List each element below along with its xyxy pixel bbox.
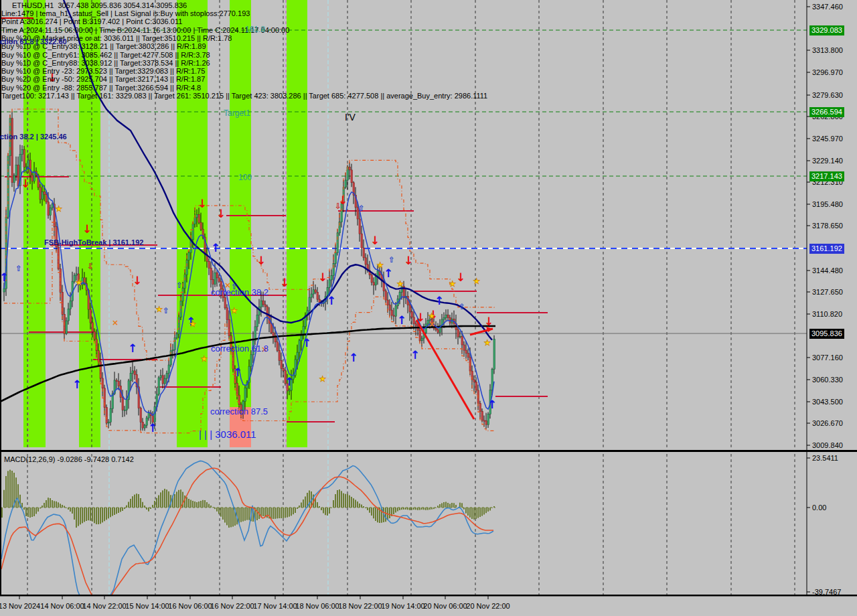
macd-histogram-bar [399,508,400,510]
macd-histogram-bar [100,508,101,524]
star-signal-icon: ★ [76,278,83,287]
time-axis-label[interactable]: 14 Nov 22:00 [82,602,126,610]
candle-body [126,400,127,410]
candle-body [116,380,117,382]
macd-histogram-bar [74,508,75,520]
macd-histogram-bar [281,508,282,518]
macd-histogram-bar [178,490,179,508]
macd-histogram-bar [78,508,79,526]
price-level-badge: 3161.192 [809,244,844,254]
star-signal-icon: ★ [319,374,327,384]
macd-histogram-bar [202,500,204,508]
macd-histogram-bar [493,506,495,508]
buy-signal-icon: ↑ [397,313,406,327]
time-axis-label[interactable]: 16 Nov 06:00 [168,602,212,610]
time-axis-label[interactable]: 18 Nov 22:00 [338,602,382,610]
macd-histogram-bar [152,505,153,508]
macd-histogram-bar [327,508,328,516]
candle-body [106,407,107,423]
candle-body [166,374,167,378]
time-axis-label[interactable]: 15 Nov 14:00 [125,602,169,610]
candle-body [313,290,314,294]
macd-histogram-bar [411,508,412,510]
macd-histogram-bar [146,508,147,510]
sell-signal-icon: ↓ [21,177,30,190]
macd-histogram-bar [293,508,294,514]
buy-signal-icon: ↑ [327,294,336,307]
buy-signal-icon: ↑ [128,341,137,355]
candle-body [389,305,390,310]
macd-histogram-bar [299,506,300,508]
macd-histogram-bar [445,502,447,508]
info-line: Point A:3016.274 | Point B:3197.402 | Po… [1,18,182,25]
macd-histogram-bar [206,502,208,508]
macd-histogram-bar [397,508,398,512]
time-axis-label[interactable]: 18 Nov 06:00 [295,602,339,610]
buy-signal-icon: ↑ [148,421,157,435]
candle-body [351,170,352,183]
candle-body [21,149,23,154]
candle-body [208,261,210,268]
macd-histogram-bar [465,508,467,514]
time-axis-label[interactable]: 16 Nov 22:00 [210,602,254,610]
star-signal-icon: ★ [449,279,457,289]
macd-histogram-bar [441,504,443,508]
price-axis-label: 3026.670 [812,420,843,427]
time-axis-label[interactable]: 20 Nov 06:00 [423,602,467,610]
macd-histogram-bar [222,508,224,520]
info-line: Buy %20 @ Entry -88: 2855.787 || Target:… [1,84,201,92]
candle-body [25,167,27,167]
macd-histogram-bar [433,508,435,509]
star-signal-icon: ★ [377,260,384,270]
info-line: Buy %10 @ C_Entry61: 3085.462 || Target:… [1,52,210,59]
candle-body [122,398,123,410]
macd-histogram-bar [27,508,29,517]
candle-body [279,351,280,361]
candle-body [363,248,364,257]
candle-body [148,412,149,418]
macd-histogram-bar [96,508,97,524]
macd-histogram-bar [403,508,404,510]
macd-histogram-bar [90,508,91,521]
candle-body [224,298,226,308]
macd-histogram-bar [285,508,286,518]
candle-body [186,260,187,275]
buy-signal-icon: ↑ [384,266,393,280]
candle-body [297,352,298,360]
macd-histogram-bar [283,508,284,518]
macd-histogram-bar [35,508,37,514]
candle-body [66,321,67,333]
sell-signal-icon: ↓ [416,311,425,324]
price-axis-label: 3060.330 [812,376,843,384]
macd-histogram-bar [246,508,248,520]
buy-signal-icon: ↑ [233,366,242,379]
candle-body [110,408,111,422]
macd-histogram-bar [287,508,288,518]
price-axis-label: 3178.650 [812,222,843,230]
candle-body [108,422,109,423]
hollow-down-icon: ⇩ [335,202,341,211]
macd-histogram-bar [413,508,414,510]
price-axis-label: 3245.970 [812,135,843,143]
time-axis-label[interactable]: 20 Nov 22:00 [466,602,510,610]
time-axis-label[interactable]: 19 Nov 14:00 [381,602,424,610]
time-axis-label[interactable]: 13 Nov 2024 [0,602,40,610]
macd-histogram-bar [473,508,475,520]
macd-histogram-bar [361,505,362,508]
macd-histogram-bar [80,508,81,524]
time-axis-label[interactable]: 14 Nov 06:00 [40,602,84,610]
price-axis-label: 3077.160 [812,354,843,362]
macd-histogram-bar [489,508,491,511]
info-line: Line:1479 | tema_h1_status_Sell | Last S… [1,10,250,17]
macd-histogram-bar [150,508,151,509]
candle-body [299,341,300,352]
macd-histogram-bar [337,490,338,508]
macd-histogram-bar [453,503,455,508]
macd-histogram-bar [232,508,234,527]
macd-histogram-bar [196,502,198,508]
macd-histogram-bar [216,508,218,512]
macd-histogram-bar [164,489,165,508]
time-axis-label[interactable]: 17 Nov 14:00 [253,602,297,610]
price-level-badge: 3266.594 [809,107,844,117]
macd-histogram-bar [33,508,35,516]
